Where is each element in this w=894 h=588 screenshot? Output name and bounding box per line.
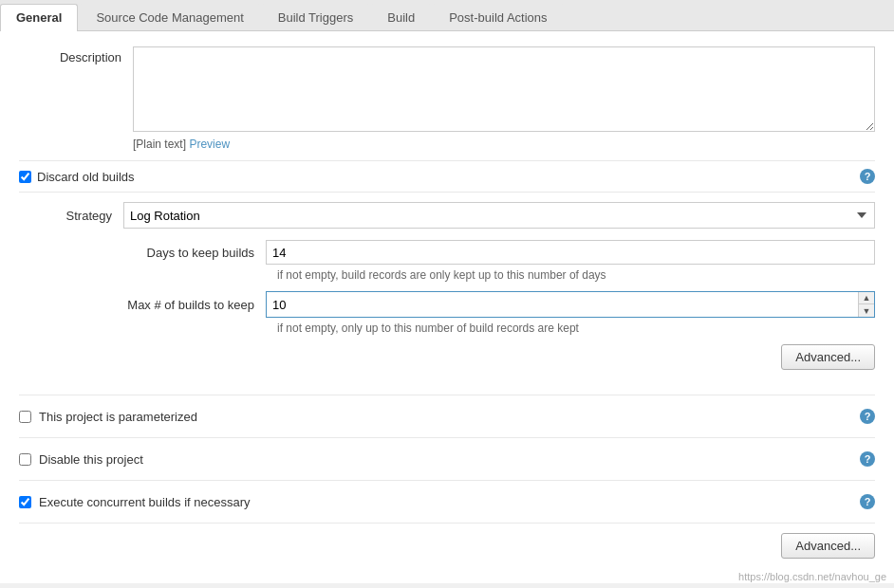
days-to-keep-label: Days to keep builds	[114, 246, 266, 260]
watermark: https://blog.csdn.net/navhou_ge	[738, 571, 886, 582]
advanced-btn-2-wrap: Advanced...	[19, 533, 875, 559]
concurrent-builds-help-icon[interactable]: ?	[860, 494, 875, 509]
disable-project-checkbox[interactable]	[19, 453, 31, 466]
parameterized-checkbox[interactable]	[19, 411, 31, 423]
concurrent-builds-row: Execute concurrent builds if necessary ?	[19, 487, 875, 517]
tab-scm[interactable]: Source Code Management	[80, 4, 259, 30]
description-label: Description	[19, 46, 133, 64]
discard-builds-row: Discard old builds ?	[19, 160, 875, 193]
days-to-keep-hint: if not empty, build records are only kep…	[277, 268, 875, 282]
tab-triggers[interactable]: Build Triggers	[262, 4, 369, 30]
strategy-label: Strategy	[38, 209, 123, 223]
advanced-btn-1-wrap: Advanced...	[114, 344, 875, 370]
advanced-button-1[interactable]: Advanced...	[781, 344, 875, 370]
strategy-select[interactable]: Log Rotation	[123, 202, 875, 229]
description-textarea[interactable]	[133, 46, 875, 132]
tab-general[interactable]: General	[0, 4, 78, 31]
concurrent-builds-checkbox[interactable]	[19, 496, 31, 508]
max-builds-input[interactable]	[267, 292, 858, 317]
max-builds-spinner: ▲ ▼	[266, 291, 875, 318]
discard-builds-label[interactable]: Discard old builds	[37, 170, 135, 184]
divider-3	[19, 480, 875, 481]
spinner-down-btn[interactable]: ▼	[859, 304, 874, 317]
strategy-row: Strategy Log Rotation	[38, 202, 875, 229]
spinner-up-btn[interactable]: ▲	[859, 292, 874, 304]
preview-link[interactable]: Preview	[189, 138, 230, 151]
disable-project-help-icon[interactable]: ?	[860, 451, 875, 467]
max-builds-hint: if not empty, only up to this number of …	[277, 322, 875, 335]
max-builds-label: Max # of builds to keep	[114, 298, 266, 312]
sub-fields: Days to keep builds if not empty, build …	[38, 240, 875, 370]
parameterized-row: This project is parameterized ?	[19, 401, 875, 432]
strategy-section: Strategy Log Rotation Days to keep build…	[19, 193, 875, 389]
disable-project-row: Disable this project ?	[19, 444, 875, 474]
disable-project-label[interactable]: Disable this project	[39, 452, 143, 467]
spinner-buttons: ▲ ▼	[858, 292, 874, 317]
main-content: Description [Plain text] Preview Discard…	[0, 31, 894, 583]
divider-4	[19, 523, 875, 524]
divider-1	[19, 395, 875, 395]
concurrent-builds-label[interactable]: Execute concurrent builds if necessary	[39, 495, 251, 509]
days-to-keep-input[interactable]	[266, 240, 875, 265]
parameterized-help-icon[interactable]: ?	[860, 409, 875, 424]
tab-postbuild[interactable]: Post-build Actions	[433, 4, 563, 30]
parameterized-label[interactable]: This project is parameterized	[39, 410, 197, 424]
discard-builds-help-icon[interactable]: ?	[860, 169, 875, 184]
days-to-keep-row: Days to keep builds	[114, 240, 875, 265]
max-builds-row: Max # of builds to keep ▲ ▼	[114, 291, 875, 318]
advanced-button-2[interactable]: Advanced...	[781, 533, 875, 559]
discard-builds-checkbox[interactable]	[19, 171, 31, 183]
divider-2	[19, 437, 875, 438]
tab-build[interactable]: Build	[371, 4, 431, 30]
description-row: Description [Plain text] Preview	[19, 46, 875, 151]
plain-text-label: [Plain text]	[133, 138, 186, 151]
description-links: [Plain text] Preview	[133, 138, 875, 151]
tab-bar: General Source Code Management Build Tri…	[0, 0, 894, 31]
description-control: [Plain text] Preview	[133, 46, 875, 151]
